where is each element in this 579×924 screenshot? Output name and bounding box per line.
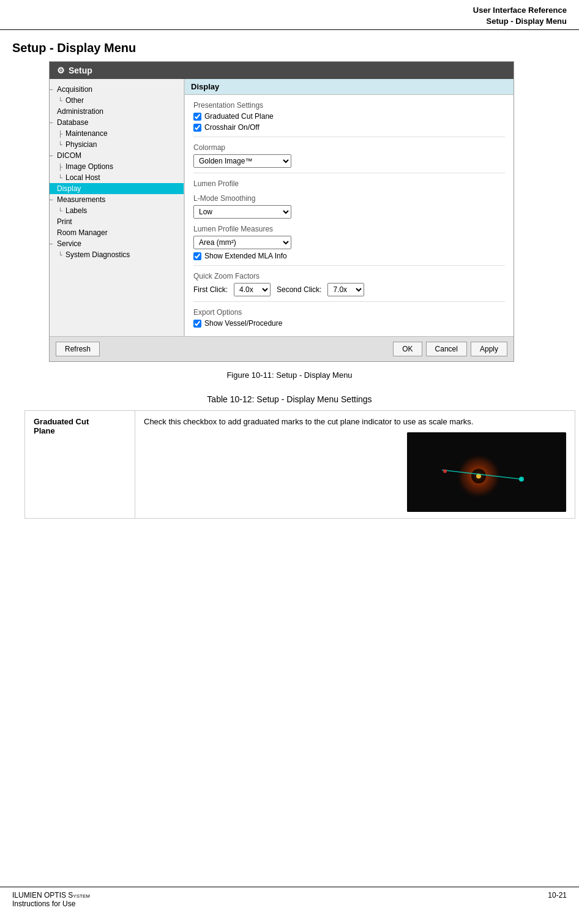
tree-item-room-manager[interactable]: Room Manager — [50, 227, 184, 238]
settings-body: Presentation Settings Graduated Cut Plan… — [185, 95, 514, 336]
divider2 — [193, 173, 505, 173]
measures-select[interactable]: Area (mm²) Diameter EEM Area — [193, 236, 291, 249]
expand-icon: − — [50, 119, 57, 126]
check-mla-row: Show Extended MLA Info — [193, 252, 505, 260]
tree-label: Local Host — [65, 173, 100, 182]
expand-icon: − — [50, 86, 57, 93]
tree-label: Measurements — [57, 195, 105, 204]
tree-label: Other — [65, 96, 84, 105]
second-click-label: Second Click: — [277, 285, 321, 294]
tree-label: Service — [57, 239, 81, 248]
tree-label: Print — [57, 217, 72, 226]
section-export: Export Options — [193, 308, 505, 317]
expand-icon: └ — [58, 141, 65, 148]
right-buttons: OK Cancel Apply — [393, 342, 507, 356]
apply-button[interactable]: Apply — [471, 342, 507, 356]
tree-item-labels[interactable]: └ Labels — [50, 205, 184, 216]
gear-icon: ⚙ — [57, 66, 65, 75]
tree-item-acquisition[interactable]: − Acquisition — [50, 84, 184, 95]
tree-item-display[interactable]: Display — [50, 183, 184, 194]
tree-item-measurements[interactable]: − Measurements — [50, 194, 184, 205]
dialog-wrapper: ⚙ Setup − Acquisition └ Other — [49, 61, 514, 362]
tree-label: Administration — [57, 107, 103, 116]
expand-icon: ├ — [58, 130, 65, 137]
dialog-content: − Acquisition └ Other Administration — [50, 79, 514, 336]
table-cell-label: Graduated CutPlane — [25, 411, 135, 519]
tree-label: Database — [57, 118, 88, 127]
expand-icon — [50, 230, 57, 236]
expand-icon — [50, 186, 57, 192]
tree-label: DICOM — [57, 151, 81, 160]
tree-label: Image Options — [65, 162, 113, 171]
check-mla[interactable] — [193, 252, 201, 260]
table-row: Graduated CutPlane Check this checkbox t… — [25, 411, 575, 519]
table-caption: Table 10-12: Setup - Display Menu Settin… — [12, 394, 567, 404]
tree-item-physician[interactable]: └ Physician — [50, 139, 184, 150]
expand-icon — [50, 219, 57, 225]
expand-icon — [50, 108, 57, 115]
tree-label: Maintenance — [65, 129, 108, 138]
expand-icon: └ — [58, 208, 65, 214]
footer-left: ILUMIEN OPTIS System Instructions for Us… — [12, 891, 90, 908]
section-lumen-measures: Lumen Profile Measures — [193, 225, 505, 233]
dialog-footer: Refresh OK Cancel Apply — [50, 336, 514, 361]
row-label: Graduated CutPlane — [34, 417, 89, 435]
section-smoothing: L-Mode Smoothing — [193, 194, 505, 203]
page-title: Setup - Display Menu — [0, 30, 579, 61]
settings-panel: Display Presentation Settings Graduated … — [184, 79, 514, 336]
check-crosshair[interactable] — [193, 124, 201, 132]
left-buttons: Refresh — [56, 342, 100, 356]
first-click-label: First Click: — [193, 285, 228, 294]
expand-icon: − — [50, 197, 57, 203]
divider4 — [193, 301, 505, 302]
tree-item-print[interactable]: Print — [50, 216, 184, 227]
cancel-button[interactable]: Cancel — [426, 342, 467, 356]
check-crosshair-label: Crosshair On/Off — [204, 123, 260, 132]
footer-right: 10-21 — [548, 891, 567, 908]
expand-icon: − — [50, 241, 57, 247]
tree-label: Labels — [65, 206, 87, 215]
zoom-row: First Click: 1.0x 2.0x 3.0x 4.0x 5.0x Se… — [193, 283, 505, 296]
settings-table: Graduated CutPlane Check this checkbox t… — [24, 410, 575, 519]
check-vessel-label: Show Vessel/Procedure — [204, 319, 282, 328]
check-vessel-row: Show Vessel/Procedure — [193, 319, 505, 328]
expand-icon: └ — [58, 175, 65, 181]
section-zoom: Quick Zoom Factors — [193, 272, 505, 280]
divider1 — [193, 137, 505, 137]
ok-button[interactable]: OK — [393, 342, 422, 356]
check-graduated[interactable] — [193, 113, 201, 121]
table-cell-desc: Check this checkbox to add graduated mar… — [135, 411, 575, 519]
tree-label: System Diagnostics — [65, 250, 130, 259]
tree-panel: − Acquisition └ Other Administration — [50, 79, 184, 336]
tree-item-database[interactable]: − Database — [50, 117, 184, 128]
tree-item-service[interactable]: − Service — [50, 238, 184, 249]
first-click-select[interactable]: 1.0x 2.0x 3.0x 4.0x 5.0x — [234, 283, 271, 296]
dialog-titlebar: ⚙ Setup — [50, 62, 514, 79]
footer-left-line2: Instructions for Use — [12, 900, 90, 908]
page-header: User Interface Reference Setup - Display… — [0, 0, 579, 30]
second-click-select[interactable]: 5.0x 6.0x 7.0x 8.0x — [327, 283, 364, 296]
tree-item-other[interactable]: └ Other — [50, 95, 184, 106]
tree-item-system-diagnostics[interactable]: └ System Diagnostics — [50, 249, 184, 260]
tree-item-maintenance[interactable]: ├ Maintenance — [50, 128, 184, 139]
expand-icon: └ — [58, 97, 65, 104]
table-section: Table 10-12: Setup - Display Menu Settin… — [0, 394, 579, 519]
expand-icon: └ — [58, 252, 65, 258]
check-graduated-label: Graduated Cut Plane — [204, 112, 274, 121]
tree-label: Acquisition — [57, 85, 92, 94]
figure-caption: Figure 10-11: Setup - Display Menu — [0, 370, 579, 380]
tree-item-dicom[interactable]: − DICOM — [50, 150, 184, 161]
row-description: Check this checkbox to add graduated mar… — [144, 417, 473, 426]
tree-item-administration[interactable]: Administration — [50, 106, 184, 117]
smoothing-select[interactable]: Low Medium High — [193, 205, 291, 219]
page-footer: ILUMIEN OPTIS System Instructions for Us… — [0, 887, 579, 912]
tree-item-local-host[interactable]: └ Local Host — [50, 172, 184, 183]
tree-label: Physician — [65, 140, 97, 149]
smoothing-row: Low Medium High — [193, 205, 505, 219]
check-vessel[interactable] — [193, 320, 201, 328]
tree-item-image-options[interactable]: ├ Image Options — [50, 161, 184, 172]
colormap-select[interactable]: Golden Image™ Grayscale Inverted — [193, 154, 291, 168]
header-line1: User Interface Reference — [12, 5, 567, 16]
dialog-box: ⚙ Setup − Acquisition └ Other — [49, 61, 514, 362]
refresh-button[interactable]: Refresh — [56, 342, 100, 356]
